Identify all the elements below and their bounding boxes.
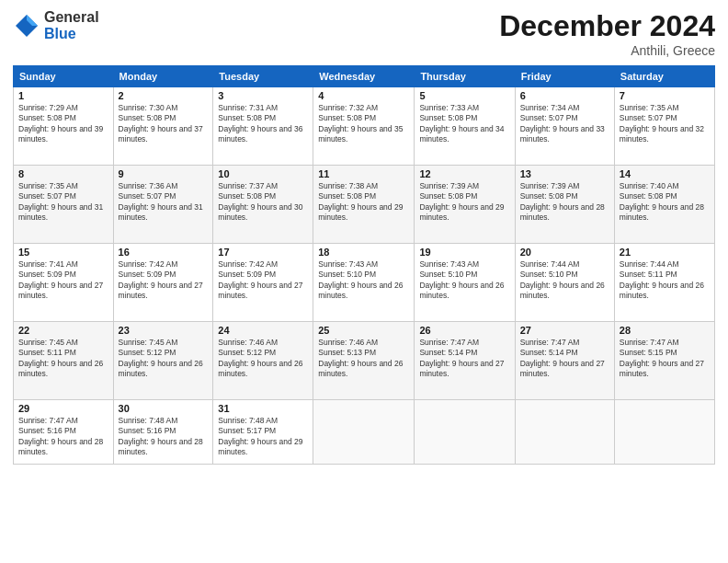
day-info: Sunrise: 7:38 AMSunset: 5:08 PMDaylight:… — [318, 181, 409, 224]
day-number: 31 — [218, 403, 308, 414]
day-info: Sunrise: 7:44 AMSunset: 5:11 PMDaylight:… — [620, 259, 710, 302]
day-cell: 19 Sunrise: 7:43 AMSunset: 5:10 PMDaylig… — [415, 244, 515, 322]
day-cell — [415, 400, 515, 465]
day-info: Sunrise: 7:41 AMSunset: 5:09 PMDaylight:… — [18, 259, 108, 302]
title-block: December 2024 Anthili, Greece — [499, 9, 715, 58]
day-cell: 16 Sunrise: 7:42 AMSunset: 5:09 PMDaylig… — [113, 244, 213, 322]
day-info: Sunrise: 7:40 AMSunset: 5:08 PMDaylight:… — [620, 181, 710, 224]
day-cell: 14 Sunrise: 7:40 AMSunset: 5:08 PMDaylig… — [614, 166, 714, 244]
week-row-5: 29 Sunrise: 7:47 AMSunset: 5:16 PMDaylig… — [14, 400, 715, 465]
day-number: 26 — [419, 325, 509, 336]
day-cell: 7 Sunrise: 7:35 AMSunset: 5:07 PMDayligh… — [614, 87, 714, 166]
logo: General Blue — [13, 9, 99, 41]
day-info: Sunrise: 7:47 AMSunset: 5:14 PMDaylight:… — [419, 338, 509, 380]
day-info: Sunrise: 7:33 AMSunset: 5:08 PMDaylight:… — [419, 103, 509, 145]
day-info: Sunrise: 7:39 AMSunset: 5:08 PMDaylight:… — [520, 181, 609, 224]
day-info: Sunrise: 7:48 AMSunset: 5:16 PMDaylight:… — [119, 416, 209, 458]
day-cell: 26 Sunrise: 7:47 AMSunset: 5:14 PMDaylig… — [415, 322, 515, 400]
day-number: 16 — [119, 247, 209, 258]
day-info: Sunrise: 7:37 AMSunset: 5:08 PMDaylight:… — [218, 181, 308, 224]
day-number: 1 — [18, 90, 108, 101]
day-info: Sunrise: 7:42 AMSunset: 5:09 PMDaylight:… — [119, 259, 209, 302]
day-cell: 8 Sunrise: 7:35 AMSunset: 5:07 PMDayligh… — [14, 166, 114, 244]
day-cell: 12 Sunrise: 7:39 AMSunset: 5:08 PMDaylig… — [415, 166, 515, 244]
day-cell: 4 Sunrise: 7:32 AMSunset: 5:08 PMDayligh… — [313, 87, 415, 166]
week-row-2: 8 Sunrise: 7:35 AMSunset: 5:07 PMDayligh… — [14, 166, 715, 244]
week-row-1: 1 Sunrise: 7:29 AMSunset: 5:08 PMDayligh… — [14, 87, 715, 166]
day-number: 11 — [318, 168, 409, 179]
day-info: Sunrise: 7:43 AMSunset: 5:10 PMDaylight:… — [318, 259, 409, 302]
day-number: 17 — [218, 247, 308, 258]
day-info: Sunrise: 7:47 AMSunset: 5:15 PMDaylight:… — [620, 338, 710, 380]
day-info: Sunrise: 7:44 AMSunset: 5:10 PMDaylight:… — [520, 259, 609, 302]
day-cell: 31 Sunrise: 7:48 AMSunset: 5:17 PMDaylig… — [213, 400, 313, 465]
week-row-3: 15 Sunrise: 7:41 AMSunset: 5:09 PMDaylig… — [14, 244, 715, 322]
day-number: 28 — [620, 325, 710, 336]
day-number: 30 — [119, 403, 209, 414]
day-cell: 25 Sunrise: 7:46 AMSunset: 5:13 PMDaylig… — [313, 322, 415, 400]
day-number: 29 — [18, 403, 108, 414]
day-cell: 20 Sunrise: 7:44 AMSunset: 5:10 PMDaylig… — [515, 244, 614, 322]
day-info: Sunrise: 7:45 AMSunset: 5:12 PMDaylight:… — [119, 338, 209, 380]
day-cell: 27 Sunrise: 7:47 AMSunset: 5:14 PMDaylig… — [515, 322, 614, 400]
day-info: Sunrise: 7:30 AMSunset: 5:08 PMDaylight:… — [119, 103, 209, 145]
day-number: 8 — [18, 168, 108, 179]
day-info: Sunrise: 7:48 AMSunset: 5:17 PMDaylight:… — [218, 416, 308, 458]
day-cell: 22 Sunrise: 7:45 AMSunset: 5:11 PMDaylig… — [14, 322, 114, 400]
day-info: Sunrise: 7:42 AMSunset: 5:09 PMDaylight:… — [218, 259, 308, 302]
day-cell — [515, 400, 614, 465]
col-header-monday: Monday — [113, 66, 213, 87]
day-number: 2 — [119, 90, 209, 101]
day-cell: 30 Sunrise: 7:48 AMSunset: 5:16 PMDaylig… — [113, 400, 213, 465]
day-info: Sunrise: 7:29 AMSunset: 5:08 PMDaylight:… — [18, 103, 108, 145]
day-number: 12 — [419, 168, 509, 179]
day-info: Sunrise: 7:46 AMSunset: 5:12 PMDaylight:… — [218, 338, 308, 380]
day-number: 25 — [318, 325, 409, 336]
day-info: Sunrise: 7:45 AMSunset: 5:11 PMDaylight:… — [18, 338, 108, 380]
col-header-tuesday: Tuesday — [213, 66, 313, 87]
col-header-saturday: Saturday — [614, 66, 714, 87]
month-title: December 2024 — [499, 9, 715, 43]
day-cell: 23 Sunrise: 7:45 AMSunset: 5:12 PMDaylig… — [113, 322, 213, 400]
day-info: Sunrise: 7:46 AMSunset: 5:13 PMDaylight:… — [318, 338, 409, 380]
day-number: 18 — [318, 247, 409, 258]
day-number: 21 — [620, 247, 710, 258]
day-number: 22 — [18, 325, 108, 336]
day-info: Sunrise: 7:39 AMSunset: 5:08 PMDaylight:… — [419, 181, 509, 224]
day-number: 3 — [218, 90, 308, 101]
day-number: 7 — [620, 90, 710, 101]
day-number: 14 — [620, 168, 710, 179]
day-number: 27 — [520, 325, 609, 336]
day-cell: 24 Sunrise: 7:46 AMSunset: 5:12 PMDaylig… — [213, 322, 313, 400]
col-header-thursday: Thursday — [415, 66, 515, 87]
day-info: Sunrise: 7:34 AMSunset: 5:07 PMDaylight:… — [520, 103, 609, 145]
day-cell: 10 Sunrise: 7:37 AMSunset: 5:08 PMDaylig… — [213, 166, 313, 244]
logo-text: General Blue — [44, 9, 99, 41]
day-info: Sunrise: 7:32 AMSunset: 5:08 PMDaylight:… — [318, 103, 409, 145]
page: General Blue December 2024 Anthili, Gree… — [0, 0, 728, 563]
calendar-table: SundayMondayTuesdayWednesdayThursdayFrid… — [13, 65, 715, 465]
day-cell: 3 Sunrise: 7:31 AMSunset: 5:08 PMDayligh… — [213, 87, 313, 166]
day-cell: 1 Sunrise: 7:29 AMSunset: 5:08 PMDayligh… — [14, 87, 114, 166]
day-cell — [313, 400, 415, 465]
day-info: Sunrise: 7:35 AMSunset: 5:07 PMDaylight:… — [620, 103, 710, 145]
day-cell: 28 Sunrise: 7:47 AMSunset: 5:15 PMDaylig… — [614, 322, 714, 400]
day-number: 6 — [520, 90, 609, 101]
day-cell: 17 Sunrise: 7:42 AMSunset: 5:09 PMDaylig… — [213, 244, 313, 322]
day-number: 5 — [419, 90, 509, 101]
logo-icon — [13, 12, 40, 40]
day-number: 13 — [520, 168, 609, 179]
day-number: 19 — [419, 247, 509, 258]
day-number: 23 — [119, 325, 209, 336]
header: General Blue December 2024 Anthili, Gree… — [13, 9, 715, 58]
day-number: 10 — [218, 168, 308, 179]
day-cell — [614, 400, 714, 465]
week-row-4: 22 Sunrise: 7:45 AMSunset: 5:11 PMDaylig… — [14, 322, 715, 400]
day-cell: 11 Sunrise: 7:38 AMSunset: 5:08 PMDaylig… — [313, 166, 415, 244]
day-number: 20 — [520, 247, 609, 258]
day-info: Sunrise: 7:31 AMSunset: 5:08 PMDaylight:… — [218, 103, 308, 145]
day-cell: 6 Sunrise: 7:34 AMSunset: 5:07 PMDayligh… — [515, 87, 614, 166]
day-number: 24 — [218, 325, 308, 336]
day-cell: 15 Sunrise: 7:41 AMSunset: 5:09 PMDaylig… — [14, 244, 114, 322]
day-cell: 21 Sunrise: 7:44 AMSunset: 5:11 PMDaylig… — [614, 244, 714, 322]
